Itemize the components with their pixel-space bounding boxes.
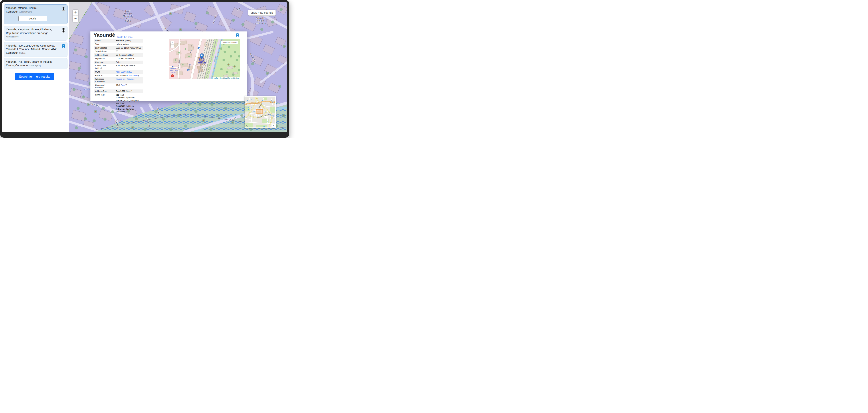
- table-row: Place Id69228808 (on this server): [94, 74, 143, 77]
- table-row: Address TagsRue 1.093 (street): [94, 90, 143, 93]
- postcode-how-link[interactable]: how?: [122, 84, 126, 86]
- osm-node-link[interactable]: node 6310626492: [116, 71, 132, 73]
- result-card-2[interactable]: Yaounde, Kingabwa, Limete, Kinshasa, Rép…: [4, 26, 67, 40]
- result-name: Yaoundé, Rue 1.093, Centre Commercial, Y…: [6, 44, 58, 54]
- extra-tag: Q3095479 (wikidata): [116, 105, 142, 108]
- result-card-3[interactable]: Yaoundé, Rue 1.093, Centre Commercial, Y…: [4, 42, 67, 57]
- table-row: CoveragePoint: [94, 61, 143, 64]
- mini-label-direction-police: Direction de la Police Judicaire: [170, 68, 178, 74]
- monument-icon: [62, 6, 65, 11]
- result-card-4[interactable]: Yaoundé, P25, Deuk, Mbam-et-Inoubou, Cen…: [4, 58, 67, 69]
- result-type: Administrative: [6, 36, 19, 38]
- overview-canvas: [245, 97, 275, 127]
- result-name: Yaounde, Kingabwa, Limete, Kinshasa, Rép…: [6, 28, 52, 35]
- extra-tag: 712 (ele): [116, 94, 142, 96]
- table-row: Centre Point (lat,lon)3.8707816,11.52589…: [94, 64, 143, 70]
- table-row: NameYaoundé (name): [94, 39, 143, 42]
- table-row: Importance0.1708812954247281: [94, 57, 143, 61]
- details-table: NameYaoundé (name) Typerailway:station L…: [94, 39, 143, 114]
- link-to-this-page[interactable]: link to this page: [117, 36, 132, 38]
- wikipedia-link[interactable]: fr:Gare_de_Yaoundé: [116, 78, 134, 80]
- overview-minimap[interactable]: Ewoué Rue 4.098 Rue de Kondengui Sang Ru…: [245, 96, 276, 128]
- results-sidebar: Yaoundé, Mfoundi, Centre, CamerounAdmini…: [2, 2, 69, 132]
- detail-popup: Yaoundé link to this page NameYaoundé (n…: [90, 31, 247, 101]
- extra-tag: yes (train): [116, 102, 142, 105]
- mini-zoom-out-button[interactable]: −: [171, 44, 174, 48]
- screenshot: Yaoundé, Mfoundi, Centre, CamerounAdmini…: [0, 0, 289, 138]
- details-button[interactable]: details: [19, 16, 47, 21]
- monument-icon: [62, 28, 65, 33]
- minimap-toggle-arrow-icon[interactable]: ↘: [272, 124, 275, 127]
- parking-icon: P: [187, 69, 189, 71]
- extra-tag: fr:Gare de Yaoundé (wikipedia): [116, 108, 142, 113]
- table-row: OSMnode 6310626492: [94, 70, 143, 74]
- mini-zoom-control: + −: [170, 41, 174, 48]
- popup-title: Yaoundé: [94, 32, 115, 38]
- zoom-control: + −: [73, 10, 78, 22]
- on-this-server-link[interactable]: on this server: [126, 74, 138, 76]
- table-row: Wikipedia Calculatedfr:Gare_de_Yaoundé: [94, 77, 143, 84]
- table-row: Address Rank30 (house / building): [94, 53, 143, 57]
- marker-pin-icon: [199, 53, 204, 60]
- browser-frame: Yaoundé, Mfoundi, Centre, CamerounAdmini…: [0, 0, 289, 138]
- parking-icon: P: [198, 47, 200, 50]
- nominatim-app: Yaoundé, Mfoundi, Centre, CamerounAdmini…: [2, 2, 287, 132]
- marker-label: Yaoundé: [196, 62, 207, 64]
- table-row: Computed Postcode4149 (how?): [94, 84, 143, 90]
- extra-tag: CAMRAIL (operator): [116, 96, 142, 99]
- result-card-1[interactable]: Yaoundé, Mfoundi, Centre, CamerounAdmini…: [4, 4, 67, 24]
- show-map-bounds-button[interactable]: show map bounds: [248, 10, 276, 15]
- mini-show-map-bounds-button[interactable]: show map bounds: [221, 40, 238, 44]
- search-more-button[interactable]: Search for more results: [15, 73, 54, 81]
- result-type: Travel agency: [29, 64, 41, 67]
- table-row: Extra Tags 712 (ele) CAMRAIL (operator) …: [94, 93, 143, 114]
- map-attribution: Leaflet | OpenStreetMap contributors: [213, 77, 240, 79]
- result-type: Administrative: [19, 11, 32, 13]
- osm-contributors-link[interactable]: OpenStreetMap contributors: [219, 77, 239, 79]
- mini-zoom-in-button[interactable]: +: [171, 41, 174, 44]
- result-type: Station: [19, 52, 26, 54]
- extra-tag: station (public_transport): [116, 99, 142, 102]
- table-row: Last Updated2021-03-11T18:41:09+00:00: [94, 46, 143, 50]
- train-icon: [62, 44, 65, 49]
- hospital-icon: +: [171, 74, 174, 77]
- mini-map-canvas: [169, 39, 240, 79]
- table-row: Search Rank30: [94, 50, 143, 53]
- train-icon: [236, 33, 240, 38]
- zoom-out-button[interactable]: −: [73, 15, 78, 22]
- leaflet-link[interactable]: Leaflet: [214, 77, 218, 79]
- table-row: Typerailway:station: [94, 42, 143, 46]
- zoom-in-button[interactable]: +: [73, 10, 78, 15]
- main-map[interactable]: Ecole Publique Maternelle de la CNPS Gro…: [69, 2, 287, 132]
- popup-mini-map[interactable]: Rue 1.093 Rue 1.093 Rue 1.015 Mfoundi P …: [169, 39, 240, 79]
